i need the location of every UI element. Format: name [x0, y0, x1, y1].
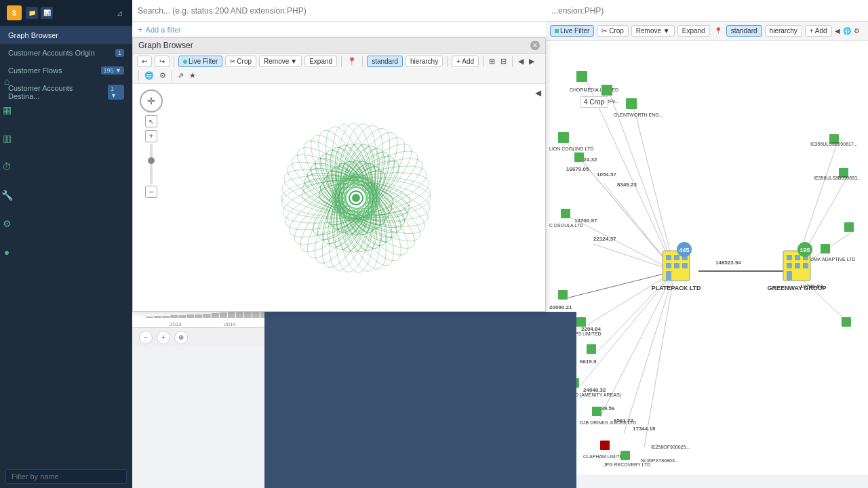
globe-icon[interactable]: 🌐 [143, 70, 155, 81]
toolbar-sep-3 [362, 56, 363, 67]
window-close-button[interactable]: ✕ [530, 41, 540, 50]
sidebar-item-label-cad: Customer Accounts Destina... [8, 84, 104, 100]
remove-button[interactable]: Remove ▼ [259, 56, 302, 67]
svg-text:2013: 2013 [170, 321, 182, 327]
filter-input[interactable] [5, 469, 127, 484]
sidebar-item-customer-flows[interactable]: Customer Flows 195 ▼ [0, 62, 132, 79]
svg-text:GLENTWORTH ENG...: GLENTWORTH ENG... [614, 113, 663, 117]
svg-rect-181 [674, 255, 679, 260]
cursor-tool[interactable]: ↖ [145, 115, 157, 127]
live-filter-button[interactable]: Live Filter [178, 56, 222, 67]
svg-text:2204.84: 2204.84 [581, 326, 601, 332]
add-filter-label[interactable]: Add a filter [146, 26, 182, 34]
second-back-icon[interactable]: ◀ [835, 27, 840, 35]
svg-text:DJB DRINKS JUICES LTD: DJB DRINKS JUICES LTD [580, 420, 636, 425]
svg-rect-184 [674, 263, 679, 268]
expand-button[interactable]: Expand [304, 56, 337, 67]
window-title-bar: Graph Browser ✕ [133, 38, 545, 54]
layout-icon[interactable]: ⊟ [499, 56, 508, 67]
svg-text:16670.05: 16670.05 [566, 166, 589, 172]
bookmark-icon[interactable]: ★ [188, 70, 197, 81]
second-globe-icon[interactable]: 🌐 [843, 27, 851, 35]
svg-rect-171 [821, 244, 830, 253]
gear-icon[interactable]: ⚙ [0, 216, 15, 232]
second-remove-btn[interactable]: Remove ▼ [631, 25, 675, 37]
svg-rect-72 [220, 312, 227, 318]
clock-icon[interactable]: ⏱ [0, 159, 15, 175]
toolbar-sep-4 [447, 56, 448, 67]
standard-button[interactable]: standard [367, 56, 403, 67]
bg-search-bar [546, 0, 868, 22]
second-settings-icon[interactable]: ⚙ [854, 27, 860, 35]
chart-bar-icon[interactable]: ▥ [0, 130, 15, 146]
sidebar-item-customer-accounts-origin[interactable]: Customer Accounts Origin 1 [0, 44, 132, 62]
second-add-btn[interactable]: + Add [805, 25, 832, 37]
bg-search-input[interactable] [551, 6, 863, 16]
second-crop-btn[interactable]: ✂ Crop [597, 25, 628, 37]
hierarchy-button[interactable]: hierarchy [406, 56, 443, 67]
second-live-filter-btn[interactable]: Live Filter [550, 25, 594, 37]
second-standard-btn[interactable]: standard [726, 25, 762, 37]
zoom-in-timeline-btn[interactable]: + [157, 331, 170, 344]
zoom-thumb[interactable] [148, 157, 155, 164]
plus-icon: + [138, 24, 143, 35]
sidebar-icon-column: ⌂ ▦ ▥ ⏱ 🔧 ⚙ ● [0, 68, 14, 260]
svg-text:LION COOLING LTD: LION COOLING LTD [549, 146, 593, 151]
sidebar-badge-cf: 195 ▼ [101, 66, 124, 75]
svg-point-62 [352, 194, 360, 202]
collapse-panel-icon[interactable]: ◀ [535, 88, 541, 98]
sidebar-nav: Graph Browser Customer Accounts Origin 1… [0, 26, 132, 488]
second-pin-icon[interactable]: 📍 [713, 26, 724, 36]
add-button[interactable]: + Add [452, 56, 479, 67]
zoom-track [150, 144, 153, 184]
zoom-in-button[interactable]: + [145, 130, 157, 142]
svg-rect-183 [666, 263, 671, 268]
crop-label: 4 Crop [580, 96, 608, 108]
sidebar-icons-top: 📁 📊 [26, 7, 53, 19]
tools-icon[interactable]: 🔧 [0, 187, 15, 203]
sidebar-filter-icon[interactable]: ⊿ [113, 7, 125, 19]
svg-text:13700.97: 13700.97 [574, 218, 597, 224]
second-hierarchy-btn[interactable]: hierarchy [765, 25, 802, 37]
forward-icon[interactable]: ▶ [528, 56, 536, 67]
svg-rect-150 [561, 209, 570, 218]
sidebar-folder-icon[interactable]: 📁 [26, 7, 38, 19]
crop-button[interactable]: ✂ Crop [225, 56, 256, 67]
pan-control[interactable]: ✛ [140, 89, 163, 113]
sidebar-item-customer-accounts-dest[interactable]: Customer Accounts Destina... 1 ▼ [0, 79, 132, 105]
circle-icon[interactable]: ● [0, 244, 15, 260]
back-icon[interactable]: ◀ [517, 56, 525, 67]
svg-text:6619.9: 6619.9 [580, 359, 597, 365]
grid-icon[interactable]: ▦ [0, 102, 15, 118]
second-expand-btn[interactable]: Expand [677, 25, 710, 37]
svg-line-130 [624, 271, 675, 434]
svg-rect-137 [576, 71, 587, 82]
pin-icon[interactable]: 📍 [346, 56, 358, 67]
svg-rect-197 [787, 271, 792, 281]
svg-text:24048.32: 24048.32 [583, 387, 606, 393]
undo-button[interactable]: ↩ [137, 56, 152, 67]
redo-button[interactable]: ↪ [155, 56, 170, 67]
sidebar-chart-icon[interactable]: 📊 [41, 7, 53, 19]
svg-rect-192 [795, 255, 800, 260]
zoom-out-timeline-btn[interactable]: − [139, 331, 153, 344]
svg-rect-139 [601, 85, 612, 96]
svg-rect-204 [842, 317, 851, 327]
svg-rect-156 [576, 317, 586, 327]
sidebar-item-graph-browser[interactable]: Graph Browser [0, 26, 132, 44]
svg-rect-160 [587, 344, 596, 354]
table-icon[interactable]: ⊞ [488, 56, 496, 67]
zoom-slider: + − [145, 130, 157, 198]
main-content: Help 🔍 + Add a filter Graph Browser ✕ ↩ … [132, 0, 868, 488]
fit-timeline-btn[interactable]: ⊕ [174, 331, 188, 344]
svg-text:C DSOULA LTD: C DSOULA LTD [549, 223, 583, 228]
zoom-out-button[interactable]: − [145, 186, 157, 198]
svg-rect-186 [666, 271, 671, 281]
svg-rect-67 [178, 315, 186, 318]
home-icon[interactable]: ⌂ [0, 73, 15, 89]
share-icon[interactable]: ⇗ [176, 70, 185, 81]
second-toolbar: Live Filter ✂ Crop Remove ▼ Expand 📍 sta… [546, 22, 868, 41]
svg-text:148523.94: 148523.94 [715, 260, 741, 266]
settings-icon[interactable]: ⚙ [158, 70, 167, 81]
svg-rect-143 [558, 132, 569, 143]
